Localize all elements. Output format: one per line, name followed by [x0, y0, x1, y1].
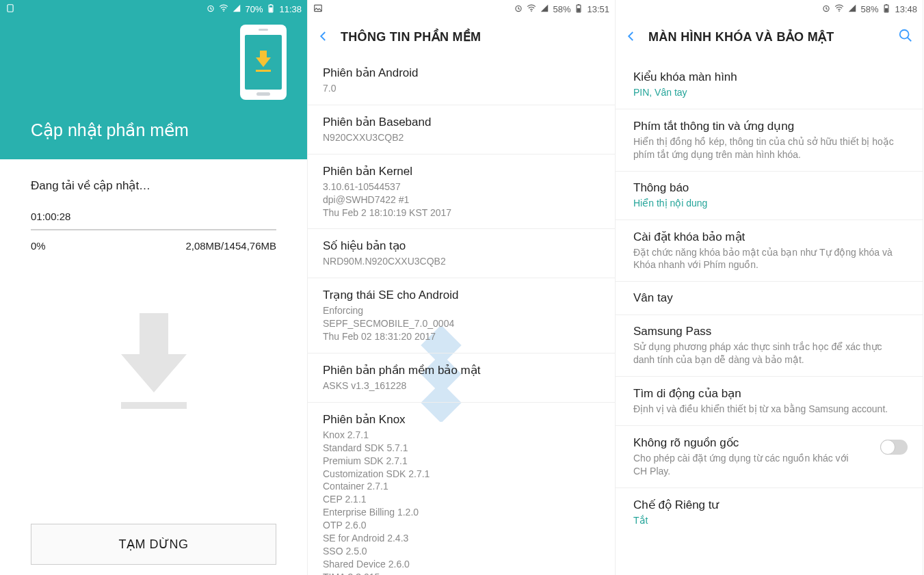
list-item[interactable]: Phiên bản phần mềm bảo mậtASKS v1.3_1612…: [308, 353, 615, 403]
settings-list[interactable]: Kiểu khóa màn hìnhPIN, Vân tayPhím tắt t…: [616, 56, 923, 575]
svg-point-20: [900, 30, 909, 39]
download-percent: 0%: [31, 240, 46, 252]
item-title: Vân tay: [633, 291, 905, 305]
status-time: 13:48: [895, 4, 917, 14]
list-item[interactable]: Tìm di động của bạnĐịnh vị và điều khiển…: [616, 377, 923, 426]
download-icon: [256, 57, 271, 67]
battery-percent: 70%: [245, 4, 263, 14]
item-title: Thông báo: [633, 181, 905, 195]
item-title: Trạng thái SE cho Android: [323, 288, 600, 302]
svg-rect-18: [886, 4, 887, 5]
item-title: Phiên bản phần mềm bảo mật: [323, 363, 600, 377]
app-bar: MÀN HÌNH KHÓA VÀ BẢO MẬT: [616, 18, 923, 56]
notification-icon: [5, 3, 15, 15]
item-title: Samsung Pass: [633, 325, 905, 338]
item-title: Chế độ Riêng tư: [633, 498, 905, 512]
status-time: 13:51: [587, 4, 609, 14]
item-subtitle: N920CXXU3CQB2: [323, 131, 600, 144]
hero-title: Cập nhật phần mềm: [0, 120, 307, 140]
alarm-icon: [821, 3, 831, 15]
status-time: 11:38: [279, 4, 302, 14]
list-item[interactable]: Samsung PassSử dụng phương pháp xác thực…: [616, 315, 923, 377]
download-placeholder-icon: [0, 313, 307, 524]
signal-icon: [540, 3, 549, 15]
item-title: Tìm di động của bạn: [633, 386, 905, 401]
svg-rect-5: [269, 7, 273, 11]
list-item[interactable]: Trạng thái SE cho AndroidEnforcing SEPF_…: [308, 278, 615, 353]
item-subtitle: Tắt: [633, 514, 905, 527]
list-item[interactable]: Vân tay: [616, 282, 923, 315]
item-title: Không rõ nguồn gốc: [633, 436, 905, 450]
download-body: Đang tải về cập nhật… 01:00:28 0% 2,08MB…: [0, 159, 307, 252]
wifi-icon: [834, 3, 844, 15]
screen-lock-security: 58% 13:48 MÀN HÌNH KHÓA VÀ BẢO MẬT Kiểu …: [616, 0, 923, 575]
page-title: MÀN HÌNH KHÓA VÀ BẢO MẬT: [648, 29, 834, 44]
svg-point-2: [224, 10, 225, 12]
back-button[interactable]: [625, 27, 637, 46]
svg-point-16: [839, 10, 841, 12]
pause-button[interactable]: TẠM DỪNG: [31, 524, 276, 565]
wifi-icon: [527, 3, 536, 15]
list-item[interactable]: Phiên bản Kernel3.10.61-10544537 dpi@SWH…: [308, 155, 615, 230]
list-item[interactable]: Không rõ nguồn gốcCho phép cài đặt ứng d…: [616, 426, 923, 488]
downloading-label: Đang tải về cập nhật…: [31, 178, 276, 193]
item-subtitle: ASKS v1.3_161228: [323, 379, 600, 392]
battery-icon: [574, 3, 583, 15]
list-item[interactable]: Chế độ Riêng tưTắt: [616, 488, 923, 537]
status-bar: 58% 13:48: [616, 0, 923, 18]
item-title: Phiên bản Android: [323, 66, 600, 80]
item-title: Kiểu khóa màn hình: [633, 70, 905, 84]
svg-rect-11: [577, 8, 581, 12]
search-button[interactable]: [898, 28, 913, 46]
item-subtitle: Đặt chức năng khóa bảo mật của bạn như T…: [633, 246, 905, 272]
svg-rect-10: [578, 4, 579, 5]
screen-software-info: 58% 13:51 THÔNG TIN PHẦN MỀM Phiên bản A…: [308, 0, 616, 575]
list-item[interactable]: Số hiệu bản tạoNRD90M.N920CXXU3CQB2: [308, 229, 615, 278]
list-item[interactable]: Phiên bản BasebandN920CXXU3CQB2: [308, 105, 615, 155]
alarm-icon: [206, 3, 215, 15]
wifi-icon: [219, 3, 228, 15]
svg-rect-19: [885, 8, 888, 12]
item-subtitle: Hiển thị nội dung: [633, 197, 905, 210]
toggle-switch[interactable]: [880, 440, 908, 455]
item-title: Phiên bản Kernel: [323, 164, 600, 178]
page-title: THÔNG TIN PHẦN MỀM: [341, 29, 481, 44]
signal-icon: [232, 3, 241, 15]
list-item[interactable]: Kiểu khóa màn hìnhPIN, Vân tay: [616, 60, 923, 109]
screen-software-update: 70% 11:38 Cập nhật phần mềm Đang tải về …: [0, 0, 308, 575]
item-subtitle: 3.10.61-10544537 dpi@SWHD7422 #1 Thu Feb…: [323, 180, 600, 219]
svg-rect-4: [270, 4, 272, 5]
item-subtitle: 7.0: [323, 82, 600, 95]
status-bar: 70% 11:38: [0, 0, 307, 18]
status-bar: 58% 13:51: [308, 0, 615, 18]
list-item[interactable]: Phiên bản Android7.0: [308, 56, 615, 105]
image-icon: [313, 3, 323, 15]
alarm-icon: [514, 3, 523, 15]
item-title: Cài đặt khóa bảo mật: [633, 230, 905, 244]
item-subtitle: Định vị và điều khiển thiết bị từ xa bằn…: [633, 403, 905, 416]
info-list[interactable]: Phiên bản Android7.0Phiên bản BasebandN9…: [308, 56, 615, 575]
signal-icon: [847, 3, 857, 15]
battery-icon: [266, 3, 276, 15]
battery-percent: 58%: [860, 4, 878, 14]
list-item[interactable]: Thông báoHiển thị nội dung: [616, 172, 923, 220]
item-title: Phiên bản Knox: [323, 412, 600, 427]
progress-bar: [31, 229, 276, 230]
app-bar: THÔNG TIN PHẦN MỀM: [308, 18, 615, 56]
list-item[interactable]: Phím tắt thông tin và ứng dụngHiển thị đ…: [616, 109, 923, 172]
battery-icon: [882, 3, 891, 15]
list-item[interactable]: Phiên bản KnoxKnox 2.7.1 Standard SDK 5.…: [308, 403, 615, 575]
time-remaining: 01:00:28: [31, 211, 276, 222]
item-subtitle: Enforcing SEPF_SECMOBILE_7.0_0004 Thu Fe…: [323, 304, 600, 343]
list-item[interactable]: Cài đặt khóa bảo mậtĐặt chức năng khóa b…: [616, 220, 923, 282]
item-title: Phím tắt thông tin và ứng dụng: [633, 119, 905, 133]
svg-point-8: [531, 10, 533, 12]
svg-rect-0: [8, 4, 13, 12]
item-subtitle: NRD90M.N920CXXU3CQB2: [323, 255, 600, 268]
back-button[interactable]: [317, 27, 330, 46]
item-subtitle: Hiển thị đồng hồ kép, thông tin của chủ …: [633, 135, 905, 161]
phone-illustration: [0, 18, 307, 120]
item-subtitle: PIN, Vân tay: [633, 86, 905, 99]
update-hero: Cập nhật phần mềm: [0, 18, 307, 159]
item-subtitle: Sử dụng phương pháp xác thực sinh trắc h…: [633, 340, 905, 366]
